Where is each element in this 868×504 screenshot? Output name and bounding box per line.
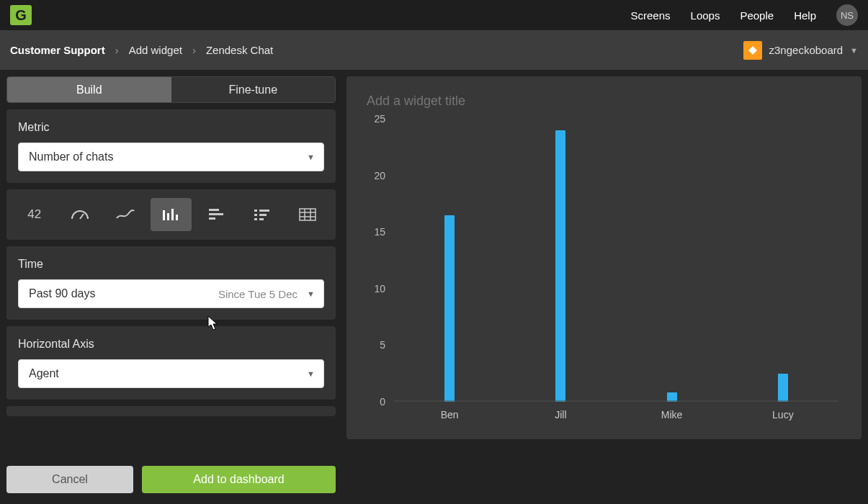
preview-chart: 0510152025 BenJillMikeLucy [365,119,843,423]
line-chart-icon [115,208,135,221]
viz-type-table[interactable] [287,198,328,231]
tab-fine-tune[interactable]: Fine-tune [171,77,336,102]
svg-rect-4 [171,209,174,220]
metric-select[interactable]: Number of chats ▼ [18,143,324,171]
metric-label: Metric [18,121,324,134]
next-panel-peek [6,406,336,416]
y-tick-label: 25 [374,113,385,125]
topbar: G Screens Loops People Help NS [0,0,868,30]
app-logo[interactable]: G [10,5,32,25]
breadcrumb-item[interactable]: Zendesk Chat [206,44,273,56]
time-select[interactable]: Past 90 days Since Tue 5 Dec ▼ [18,279,324,308]
chevron-down-icon: ▼ [307,289,315,298]
y-tick-label: 15 [374,226,385,238]
y-tick-label: 10 [374,283,385,294]
column-chart-icon [161,207,181,222]
svg-rect-9 [254,210,257,212]
breadcrumb: Customer Support › Add widget › Zendesk … [10,44,273,56]
time-panel: Time Past 90 days Since Tue 5 Dec ▼ [6,246,336,320]
tab-build[interactable]: Build [7,77,171,102]
horizontal-axis-select[interactable]: Agent ▼ [18,359,324,388]
widget-preview: 0510152025 BenJillMikeLucy [346,76,862,439]
svg-rect-10 [259,210,269,212]
chevron-right-icon: › [192,44,196,56]
account-name: z3ngeckoboard [769,44,844,56]
svg-rect-3 [167,213,169,220]
user-avatar[interactable]: NS [836,4,858,26]
time-label: Time [18,258,324,271]
y-tick-label: 0 [380,396,385,408]
main-content: Build Fine-tune Metric Number of chats ▼… [0,70,868,504]
svg-marker-0 [748,46,757,55]
viz-type-number[interactable]: 42 [14,198,55,231]
chevron-down-icon: ▼ [307,369,315,378]
breadcrumb-bar: Customer Support › Add widget › Zendesk … [0,30,868,70]
viz-type-column[interactable] [151,198,192,231]
add-to-dashboard-button[interactable]: Add to dashboard [142,466,336,493]
chevron-down-icon: ▼ [850,46,858,55]
chart-bar [778,374,788,402]
x-tick-label: Jill [555,409,566,420]
x-axis: BenJillMikeLucy [394,406,838,423]
svg-rect-5 [176,215,178,220]
plot-area [394,119,838,402]
svg-rect-12 [259,214,267,216]
top-nav: Screens Loops People Help NS [631,4,858,26]
config-panel: Build Fine-tune Metric Number of chats ▼… [0,70,342,504]
account-switcher[interactable]: z3ngeckoboard ▼ [743,41,858,60]
preview-column: 0510152025 BenJillMikeLucy [342,70,868,504]
config-tabs: Build Fine-tune [6,76,336,103]
viz-type-gauge[interactable] [59,198,100,231]
x-axis-line [394,401,838,402]
nav-loops[interactable]: Loops [691,9,720,22]
bar-chart-icon [207,207,226,222]
nav-people[interactable]: People [740,9,774,22]
horizontal-axis-panel: Horizontal Axis Agent ▼ [6,326,336,400]
viz-type-leaderboard[interactable] [241,198,282,231]
metric-panel: Metric Number of chats ▼ [6,109,336,183]
svg-rect-13 [254,218,257,220]
leaderboard-icon [253,208,272,221]
breadcrumb-item[interactable]: Add widget [129,44,182,56]
x-tick-label: Lucy [772,409,794,420]
widget-title-input[interactable] [365,89,843,113]
svg-rect-8 [209,217,215,220]
horizontal-axis-value: Agent [29,367,59,380]
breadcrumb-item[interactable]: Customer Support [10,44,105,56]
svg-rect-14 [259,218,264,220]
gauge-icon [70,208,90,221]
nav-screens[interactable]: Screens [631,9,671,22]
chart-bar [444,215,455,402]
viz-type-row: 42 [6,189,336,240]
svg-rect-11 [254,214,257,216]
chevron-right-icon: › [115,44,119,56]
account-icon [743,41,762,60]
time-hint: Since Tue 5 Dec [218,288,297,300]
viz-type-line[interactable] [105,198,146,231]
chart-bar [555,130,565,402]
cancel-button[interactable]: Cancel [6,466,133,493]
config-scroll: Metric Number of chats ▼ 42 [6,109,336,456]
horizontal-axis-label: Horizontal Axis [18,338,324,351]
table-icon [299,208,316,221]
chevron-down-icon: ▼ [307,153,315,161]
svg-line-1 [80,214,84,219]
y-tick-label: 5 [380,339,385,351]
y-tick-label: 20 [374,170,385,181]
time-value: Past 90 days [29,287,96,300]
svg-rect-6 [209,209,219,211]
metric-value: Number of chats [29,150,113,163]
nav-help[interactable]: Help [794,9,816,22]
x-tick-label: Ben [441,409,459,420]
x-tick-label: Mike [661,409,683,420]
viz-type-bar[interactable] [196,198,237,231]
action-bar: Cancel Add to dashboard [6,463,336,498]
y-axis: 0510152025 [365,119,390,402]
svg-rect-15 [300,209,316,220]
svg-rect-7 [209,213,223,215]
svg-rect-2 [163,210,165,220]
